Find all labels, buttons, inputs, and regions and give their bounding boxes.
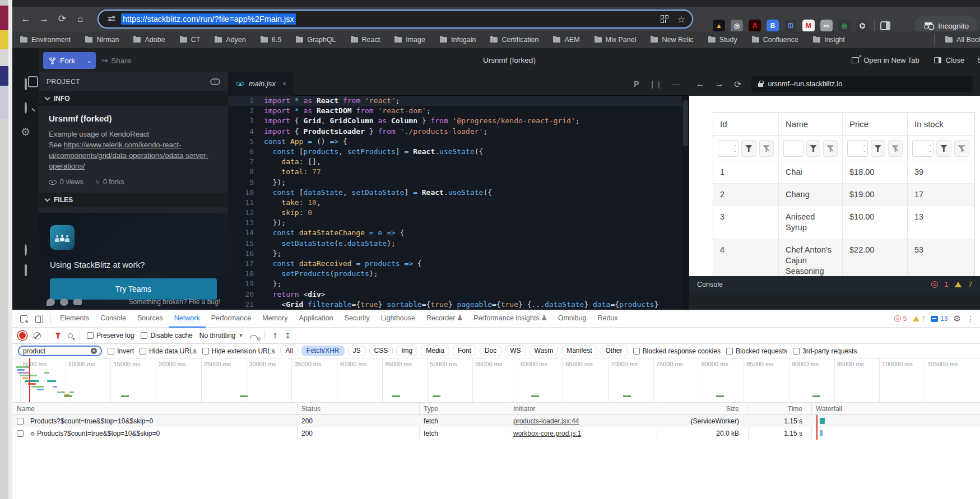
request-initiator[interactable]: products-loader.jsx:44 bbox=[509, 415, 583, 427]
resource-pill-doc[interactable]: Doc bbox=[480, 346, 501, 356]
warning-badge[interactable]: 7 bbox=[913, 315, 926, 323]
request-initiator[interactable]: workbox-core.prod.js:1 bbox=[509, 427, 586, 440]
grid-column-header[interactable]: Price bbox=[843, 113, 908, 136]
prism-extension-icon[interactable]: ▲ bbox=[713, 20, 725, 32]
grid-column-header[interactable]: In stock bbox=[908, 113, 974, 136]
filter-input[interactable] bbox=[912, 140, 933, 157]
code-line[interactable]: 19 }; bbox=[228, 279, 689, 289]
network-request-row[interactable]: Products?$count=true&$top=10&$skip=0200f… bbox=[12, 415, 980, 427]
network-timeline-ruler[interactable]: 5000 ms10000 ms15000 ms20000 ms25000 ms3… bbox=[12, 358, 980, 403]
search-network-icon[interactable] bbox=[68, 333, 73, 338]
github-icon[interactable] bbox=[60, 299, 68, 306]
device-toolbar-icon[interactable] bbox=[34, 313, 47, 324]
bookmark-item[interactable]: Adyen bbox=[215, 36, 245, 44]
error-badge[interactable]: ✕5 bbox=[894, 315, 907, 323]
throttling-select[interactable]: No throttling▼ bbox=[199, 332, 244, 339]
row-checkbox[interactable] bbox=[17, 418, 24, 425]
devtools-settings-icon[interactable]: ⚙ bbox=[954, 314, 961, 324]
preserve-log-checkbox[interactable]: Preserve log bbox=[87, 332, 134, 339]
theme-toggle-icon[interactable] bbox=[12, 245, 39, 255]
filter-icon[interactable] bbox=[55, 333, 61, 339]
download-project-icon[interactable] bbox=[210, 78, 220, 85]
reload-icon[interactable]: ⟳ bbox=[54, 7, 70, 31]
filter-input[interactable] bbox=[847, 140, 868, 157]
third-party-checkbox[interactable]: 3rd-party requests bbox=[793, 347, 857, 355]
network-request-row[interactable]: ⚙Products?$count=true&$top=10&$skip=0200… bbox=[12, 427, 980, 440]
home-icon[interactable]: ⌂ bbox=[72, 7, 88, 31]
import-har-icon[interactable]: ↥ bbox=[272, 332, 278, 340]
try-teams-button[interactable]: Try Teams bbox=[50, 278, 217, 300]
file-bug-link[interactable]: Something broken? File a bug! bbox=[129, 298, 220, 306]
bookmark-item[interactable]: Mix Panel bbox=[594, 36, 637, 44]
grid-data-row[interactable]: 3Aniseed Syrup$10.0013 bbox=[713, 206, 974, 239]
bookmark-item[interactable]: Infogain bbox=[440, 36, 476, 44]
telerik-link[interactable]: https://www.telerik.com/kendo-react-ui/c… bbox=[49, 141, 208, 170]
code-line[interactable]: 14 const dataStateChange = e => { bbox=[228, 228, 689, 238]
row-checkbox[interactable] bbox=[17, 430, 24, 437]
network-col-header[interactable]: Type bbox=[419, 403, 443, 415]
preview-console-bar[interactable]: Console ✕ 1 7 bbox=[689, 276, 980, 293]
devtools-tab-lighthouse[interactable]: Lighthouse bbox=[375, 310, 421, 328]
code-line[interactable]: 4import { ProductsLoader } from './produ… bbox=[228, 127, 689, 137]
resource-pill-all[interactable]: All bbox=[280, 346, 298, 356]
code-line[interactable]: 11 take: 10, bbox=[228, 198, 689, 208]
clear-filter-button[interactable] bbox=[823, 140, 838, 157]
filter-button[interactable] bbox=[806, 140, 821, 157]
network-col-header[interactable]: Time bbox=[748, 403, 807, 415]
preview-url-bar[interactable]: ursnmf--run.stackblitz.io bbox=[751, 76, 973, 92]
preview-forward-icon[interactable]: → bbox=[715, 79, 724, 89]
grid-column-header[interactable]: Id bbox=[713, 113, 779, 136]
devtools-tab-recorder[interactable]: Recorder bbox=[421, 310, 468, 328]
resource-pill-img[interactable]: Img bbox=[396, 346, 417, 356]
resource-pill-ws[interactable]: WS bbox=[505, 346, 526, 356]
grid-data-row[interactable]: 1Chai$18.0039 bbox=[713, 161, 974, 184]
devtools-tab-application[interactable]: Application bbox=[293, 310, 338, 328]
code-line[interactable]: 13 }); bbox=[228, 218, 689, 228]
resource-pill-js[interactable]: JS bbox=[348, 346, 366, 356]
network-table-header[interactable]: NameStatusTypeInitiatorSizeTimeWaterfall bbox=[12, 403, 980, 415]
settings-panel-icon[interactable]: ⚙ bbox=[12, 125, 39, 138]
bookmark-item[interactable]: Confluence bbox=[752, 36, 798, 44]
code-line[interactable]: 1import * as React from 'react'; bbox=[228, 96, 689, 106]
bottom-panel-icon[interactable] bbox=[12, 265, 39, 276]
code-line[interactable]: 7 data: [], bbox=[228, 157, 689, 167]
qr-code-icon[interactable] bbox=[661, 15, 668, 23]
network-conditions-icon[interactable] bbox=[250, 335, 258, 339]
disable-cache-checkbox[interactable]: Disable cache bbox=[141, 332, 192, 339]
camera-extension-icon[interactable]: ◎ bbox=[731, 20, 743, 32]
bookmark-item[interactable]: CT bbox=[180, 36, 201, 44]
bookmark-item[interactable]: 6.5 bbox=[261, 36, 281, 44]
devtools-menu-icon[interactable]: ⋮ bbox=[967, 314, 974, 323]
adobe-extension-icon[interactable]: A bbox=[749, 20, 761, 32]
code-line[interactable]: 2import * as ReactDOM from 'react-dom'; bbox=[228, 106, 689, 116]
devtools-tab-performance[interactable]: Performance bbox=[206, 310, 257, 328]
split-editor-icon[interactable]: ❘❘ bbox=[649, 80, 662, 88]
mail-extension-icon[interactable]: M bbox=[802, 20, 815, 32]
resource-pill-css[interactable]: CSS bbox=[369, 346, 393, 356]
info-section-header[interactable]: INFO bbox=[39, 91, 228, 106]
target-extension-icon[interactable]: ◎ bbox=[838, 20, 851, 32]
code-line[interactable]: 20 return <div> bbox=[228, 290, 689, 300]
bookmark-item[interactable]: New Relic bbox=[651, 36, 693, 44]
bookmark-item[interactable]: React bbox=[351, 36, 380, 44]
network-col-header[interactable]: Size bbox=[657, 403, 744, 415]
bookmark-item[interactable]: Image bbox=[394, 36, 425, 44]
search-panel-icon[interactable] bbox=[12, 103, 39, 113]
code-line[interactable]: 5const App = () => { bbox=[228, 137, 689, 147]
bookmark-item[interactable]: AEM bbox=[553, 36, 579, 44]
tag-extension-icon[interactable]: B bbox=[767, 20, 779, 32]
record-network-icon[interactable] bbox=[19, 332, 26, 339]
filter-button[interactable] bbox=[936, 140, 951, 157]
network-col-header[interactable]: Status bbox=[297, 403, 325, 415]
devtools-tab-security[interactable]: Security bbox=[339, 310, 375, 328]
clear-filter-button[interactable] bbox=[954, 140, 969, 157]
code-line[interactable]: 9 }); bbox=[228, 178, 689, 188]
all-bookmarks-button[interactable]: All Bookmarks bbox=[934, 31, 980, 48]
filter-button[interactable] bbox=[871, 140, 885, 157]
tune-icon[interactable] bbox=[108, 16, 115, 22]
blocked-cookies-checkbox[interactable]: Blocked response cookies bbox=[633, 347, 721, 355]
devtools-tab-elements[interactable]: Elements bbox=[54, 310, 95, 328]
close-button[interactable]: Close bbox=[934, 56, 964, 64]
clear-filter-button[interactable] bbox=[888, 140, 903, 157]
side-panel-icon[interactable] bbox=[880, 21, 890, 30]
